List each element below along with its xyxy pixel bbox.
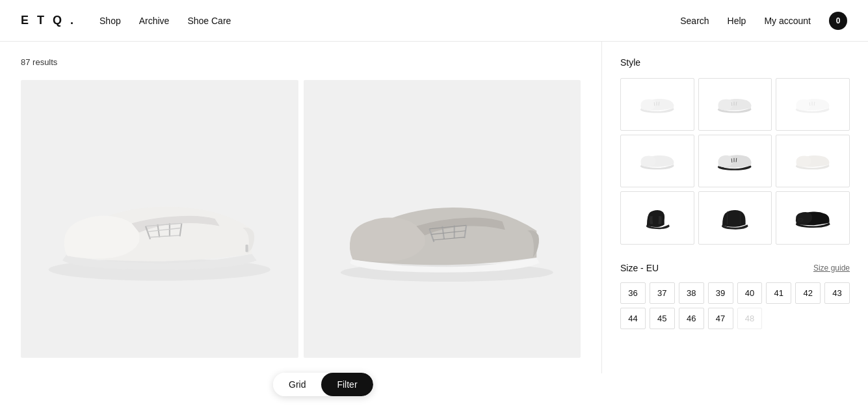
size-36[interactable]: 36 (620, 282, 646, 304)
style-item-3[interactable] (776, 78, 850, 131)
size-46[interactable]: 46 (679, 308, 704, 329)
search-link[interactable]: Search (680, 16, 709, 26)
size-45[interactable]: 45 (650, 308, 675, 329)
size-38[interactable]: 38 (679, 282, 704, 304)
header-left: E T Q . Shop Archive Shoe Care (21, 14, 231, 27)
style-shoe-2 (710, 92, 760, 117)
size-section: Size - EU Size guide 36 37 38 39 40 41 4… (620, 263, 850, 329)
size-grid-row1: 36 37 38 39 40 41 42 43 44 45 46 47 48 (620, 282, 850, 329)
product-card-1[interactable] (21, 80, 298, 358)
style-shoe-6 (788, 149, 838, 174)
style-item-8[interactable] (698, 191, 772, 244)
style-item-2[interactable] (698, 78, 772, 131)
style-shoe-4 (633, 149, 683, 174)
size-40[interactable]: 40 (737, 282, 763, 304)
style-item-5[interactable] (698, 135, 772, 187)
nav-shoe-care[interactable]: Shoe Care (187, 16, 231, 26)
products-grid (21, 80, 581, 358)
style-shoe-8 (710, 206, 760, 230)
header: E T Q . Shop Archive Shoe Care Search He… (0, 0, 868, 42)
results-count: 87 results (21, 57, 581, 67)
size-guide-link[interactable]: Size guide (813, 263, 850, 273)
style-shoe-1 (633, 92, 683, 117)
products-area: 87 results (0, 42, 601, 373)
style-item-4[interactable] (620, 135, 694, 187)
filter-button[interactable]: Filter (321, 373, 373, 373)
style-item-9[interactable] (776, 191, 850, 244)
nav-archive[interactable]: Archive (139, 16, 170, 26)
product-image-2 (304, 80, 581, 358)
style-grid (620, 78, 850, 245)
main-nav: Shop Archive Shoe Care (99, 16, 231, 26)
filter-sidebar: Style (601, 42, 868, 373)
help-link[interactable]: Help (728, 16, 746, 26)
style-shoe-7 (633, 206, 683, 230)
size-39[interactable]: 39 (708, 282, 733, 304)
size-48: 48 (737, 308, 763, 329)
style-item-6[interactable] (776, 135, 850, 187)
grid-button[interactable]: Grid (273, 373, 321, 373)
product-image-1 (21, 80, 298, 358)
nav-shop[interactable]: Shop (99, 16, 121, 26)
size-43[interactable]: 43 (824, 282, 850, 304)
size-section-header: Size - EU Size guide (620, 263, 850, 273)
style-shoe-3 (788, 92, 838, 117)
cart-badge[interactable]: 0 (829, 12, 847, 30)
size-section-title: Size - EU (620, 263, 659, 273)
style-item-7[interactable] (620, 191, 694, 244)
size-42[interactable]: 42 (795, 282, 821, 304)
header-right: Search Help My account 0 (680, 12, 847, 30)
style-shoe-5 (710, 149, 760, 174)
bottom-controls: Grid Filter (273, 373, 373, 373)
main-content: 87 results (0, 42, 868, 373)
account-link[interactable]: My account (764, 16, 811, 26)
size-47[interactable]: 47 (708, 308, 733, 329)
style-section-title: Style (620, 57, 850, 68)
style-item-1[interactable] (620, 78, 694, 131)
svg-rect-8 (245, 245, 248, 252)
size-44[interactable]: 44 (620, 308, 646, 329)
size-37[interactable]: 37 (650, 282, 675, 304)
logo[interactable]: E T Q . (21, 14, 76, 27)
style-shoe-9 (788, 206, 838, 230)
product-card-2[interactable] (304, 80, 581, 358)
size-41[interactable]: 41 (766, 282, 791, 304)
